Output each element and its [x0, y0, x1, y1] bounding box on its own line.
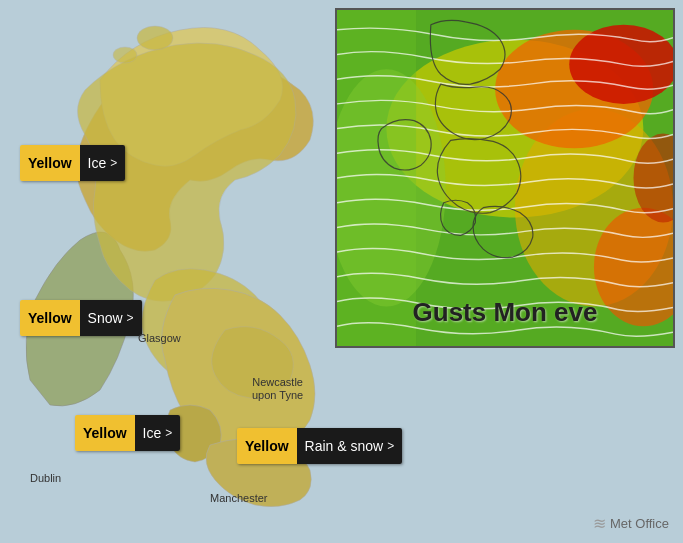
weather-map: Yellow Ice > Yellow Snow > Yellow Ice > … — [0, 0, 683, 543]
chevron-icon: > — [387, 439, 394, 453]
city-label-newcastle: Newcastleupon Tyne — [252, 376, 303, 402]
chevron-icon: > — [127, 311, 134, 325]
warning-ice-northeast[interactable]: Yellow Ice > — [75, 415, 180, 451]
met-office-logo: ≋ Met Office — [593, 514, 669, 533]
warning-color-label: Yellow — [20, 145, 80, 181]
svg-point-0 — [137, 26, 173, 50]
warning-type-label: Snow > — [80, 300, 142, 336]
warning-type-label: Ice > — [80, 145, 126, 181]
warning-rain-snow[interactable]: Yellow Rain & snow > — [237, 428, 402, 464]
gusts-visualization — [337, 10, 673, 346]
met-office-icon: ≋ — [593, 514, 606, 533]
warning-ice-north[interactable]: Yellow Ice > — [20, 145, 125, 181]
met-office-text: Met Office — [610, 516, 669, 531]
warning-type-label: Ice > — [135, 415, 181, 451]
gusts-panel: Gusts Mon eve — [335, 8, 675, 348]
svg-point-1 — [113, 47, 137, 63]
city-label-glasgow: Glasgow — [138, 332, 181, 345]
warning-color-label: Yellow — [20, 300, 80, 336]
warning-color-label: Yellow — [237, 428, 297, 464]
warning-color-label: Yellow — [75, 415, 135, 451]
city-label-manchester: Manchester — [210, 492, 267, 505]
chevron-icon: > — [165, 426, 172, 440]
gusts-label: Gusts Mon eve — [413, 297, 598, 328]
warning-type-label: Rain & snow > — [297, 428, 403, 464]
chevron-icon: > — [110, 156, 117, 170]
city-label-dublin: Dublin — [30, 472, 61, 485]
warning-snow-scotland[interactable]: Yellow Snow > — [20, 300, 142, 336]
